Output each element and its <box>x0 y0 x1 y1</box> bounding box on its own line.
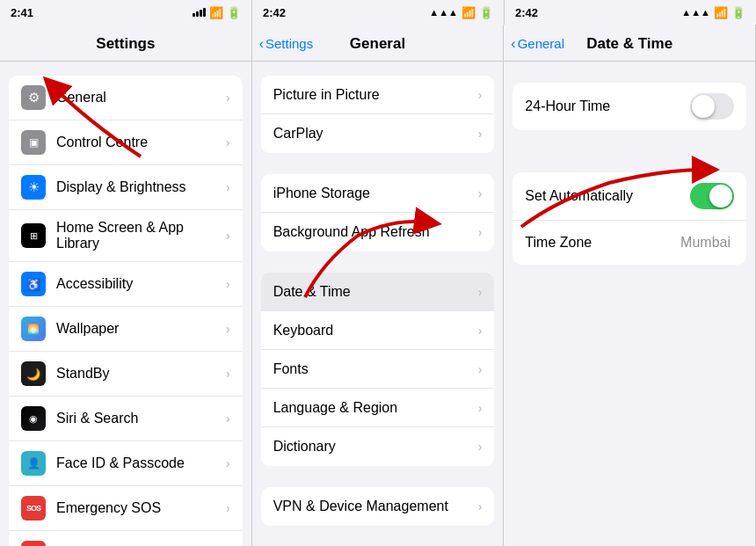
general-item-iphonestorage[interactable]: iPhone Storage › <box>261 174 495 213</box>
status-icons-3: ▲▲▲ 📶 🔋 <box>681 6 745 19</box>
wallpaper-icon: 🌅 <box>21 317 46 341</box>
datetime-panel-header: ‹ General Date & Time <box>504 25 755 62</box>
dt-back-chevron-icon: ‹ <box>511 36 515 52</box>
general-item-keyboard[interactable]: Keyboard › <box>261 311 495 350</box>
backgroundapp-label: Background App Refresh <box>273 224 478 240</box>
settings-title: Settings <box>96 35 155 53</box>
setauto-toggle[interactable] <box>690 183 734 209</box>
settings-panel-header: Settings <box>0 25 251 62</box>
wallpaper-label: Wallpaper <box>56 321 226 337</box>
faceid-chevron: › <box>226 456 230 470</box>
general-item-languageregion[interactable]: Language & Region › <box>261 389 495 427</box>
display-icon: ☀ <box>21 175 46 200</box>
datetime-item-24hour: 24-Hour Time <box>512 83 746 130</box>
storage-chevron: › <box>478 186 483 200</box>
homescreen-icon: ⊞ <box>21 223 46 248</box>
accessibility-chevron: › <box>226 277 230 291</box>
status-icons-2: ▲▲▲ 📶 🔋 <box>429 6 493 19</box>
exposure-icon: ⚠ <box>21 541 46 546</box>
vpn-chevron: › <box>478 499 483 513</box>
general-item-dictionary[interactable]: Dictionary › <box>261 427 495 466</box>
datetime-panel: ‹ General Date & Time 24-Hour Time <box>504 25 756 546</box>
settings-item-faceid[interactable]: 👤 Face ID & Passcode › <box>9 441 243 486</box>
general-item-fonts[interactable]: Fonts › <box>261 350 495 389</box>
status-icons-1: 📶 🔋 <box>193 6 241 19</box>
settings-item-exposure[interactable]: ⚠ Exposure Notifications › <box>9 531 243 546</box>
timezone-value: Mumbai <box>680 235 731 251</box>
timezone-label: Time Zone <box>525 235 680 251</box>
accessibility-label: Accessibility <box>56 276 226 292</box>
langregion-chevron: › <box>478 401 483 415</box>
settings-item-accessibility[interactable]: ♿ Accessibility › <box>9 262 243 307</box>
emergencysos-chevron: › <box>226 501 230 515</box>
fonts-chevron: › <box>478 362 483 376</box>
standby-label: StandBy <box>56 366 226 382</box>
siri-label: Siri & Search <box>56 411 226 426</box>
settings-item-homescreen[interactable]: ⊞ Home Screen & App Library › <box>9 210 243 262</box>
controlcentre-label: Control Centre <box>56 135 226 150</box>
homescreen-chevron: › <box>226 229 230 243</box>
general-back-label: Settings <box>265 36 313 51</box>
general-panel-header: ‹ Settings General <box>252 25 504 62</box>
back-chevron-icon: ‹ <box>259 36 264 52</box>
settings-item-controlcentre[interactable]: ▣ Control Centre › <box>9 120 243 165</box>
keyboard-chevron: › <box>478 324 483 338</box>
standby-chevron: › <box>226 367 230 381</box>
emergencysos-label: Emergency SOS <box>56 500 226 516</box>
faceid-label: Face ID & Passcode <box>56 455 226 471</box>
fonts-label: Fonts <box>273 361 478 377</box>
status-time-1: 2:41 <box>11 6 33 19</box>
datetime-label: Date & Time <box>273 284 478 300</box>
general-item-carplay[interactable]: CarPlay › <box>261 114 495 153</box>
accessibility-icon: ♿ <box>21 272 46 296</box>
carplay-label: CarPlay <box>273 126 478 142</box>
langregion-label: Language & Region <box>273 400 478 416</box>
display-chevron: › <box>226 180 230 194</box>
carplay-chevron: › <box>478 127 483 141</box>
general-title: General <box>350 35 405 53</box>
24hour-toggle-knob <box>692 95 715 118</box>
datetime-back-link[interactable]: ‹ General <box>511 36 564 52</box>
general-item-vpn[interactable]: VPN & Device Management › <box>261 487 495 526</box>
general-item-backgroundapp[interactable]: Background App Refresh › <box>261 213 495 251</box>
general-label: General <box>56 90 226 106</box>
settings-item-standby[interactable]: 🌙 StandBy › <box>9 352 243 397</box>
settings-item-emergencysos[interactable]: SOS Emergency SOS › <box>9 486 243 531</box>
general-item-datetime[interactable]: Date & Time › <box>261 273 495 311</box>
backgroundapp-chevron: › <box>478 225 483 239</box>
siri-icon: ◉ <box>21 406 46 431</box>
general-item-pictureinpicture[interactable]: Picture in Picture › <box>261 76 495 114</box>
settings-item-general[interactable]: ⚙ General › <box>9 76 243 120</box>
dictionary-label: Dictionary <box>273 439 478 455</box>
datetime-back-label: General <box>518 36 564 51</box>
vpn-label: VPN & Device Management <box>273 499 478 514</box>
standby-icon: 🌙 <box>21 361 46 386</box>
homescreen-label: Home Screen & App Library <box>56 220 226 251</box>
faceid-icon: 👤 <box>21 451 46 476</box>
general-panel: ‹ Settings General Picture in Picture › … <box>252 25 505 546</box>
status-time-3: 2:42 <box>515 6 538 19</box>
siri-chevron: › <box>226 411 230 426</box>
wallpaper-chevron: › <box>226 322 230 336</box>
controlcentre-chevron: › <box>226 135 230 149</box>
setauto-toggle-knob <box>709 185 732 207</box>
datetime-title: Date & Time <box>586 35 672 53</box>
settings-item-siri[interactable]: ◉ Siri & Search › <box>9 397 243 441</box>
24hour-label: 24-Hour Time <box>525 98 690 114</box>
datetime-item-timezone: Time Zone Mumbai <box>512 221 746 265</box>
general-back-link[interactable]: ‹ Settings <box>259 36 314 52</box>
settings-item-wallpaper[interactable]: 🌅 Wallpaper › <box>9 307 243 352</box>
status-time-2: 2:42 <box>263 6 286 19</box>
storage-label: iPhone Storage <box>273 186 478 201</box>
display-label: Display & Brightness <box>56 179 226 195</box>
setauto-label: Set Automatically <box>525 188 690 204</box>
general-icon: ⚙ <box>21 85 46 110</box>
keyboard-label: Keyboard <box>273 323 478 339</box>
datetime-item-setauto: Set Automatically <box>512 172 746 221</box>
settings-item-display[interactable]: ☀ Display & Brightness › <box>9 165 243 210</box>
pip-chevron: › <box>478 88 483 102</box>
pip-label: Picture in Picture <box>273 87 478 103</box>
24hour-toggle[interactable] <box>690 93 734 120</box>
general-chevron: › <box>226 91 230 105</box>
datetime-chevron: › <box>478 285 483 299</box>
